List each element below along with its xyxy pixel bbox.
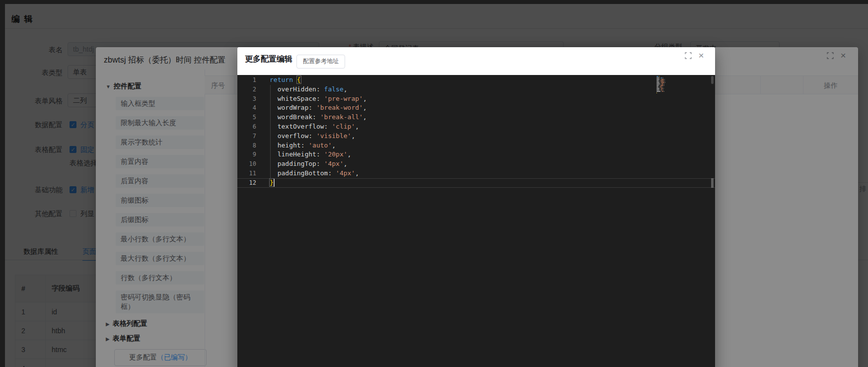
line-number: 6: [237, 122, 256, 132]
line-number: 2: [237, 85, 256, 94]
code-text: wordWrap: 'break-word',: [270, 103, 367, 113]
code-text: whiteSpace: 'pre-wrap',: [270, 94, 367, 104]
code-line-2: 2 overHidden: false,: [237, 85, 715, 94]
line-number: 11: [237, 169, 256, 178]
line-number: 10: [237, 159, 256, 169]
code-text: overHidden: false,: [270, 85, 348, 94]
code-text: lineHeight: '20px',: [270, 150, 351, 159]
code-line-8: 8 height: 'auto',: [237, 141, 715, 150]
line-number: 1: [237, 75, 256, 85]
code-line-1: 1return {: [237, 75, 715, 85]
code-text: }: [270, 178, 274, 188]
line-number: 8: [237, 141, 256, 150]
line-number: 4: [237, 103, 256, 113]
line-number: 5: [237, 113, 256, 122]
editor-modal-header: 更多配置编辑 配置参考地址 ×: [237, 47, 715, 75]
editor-modal-title: 更多配置编辑: [245, 54, 292, 65]
line-number: 7: [237, 132, 256, 141]
code-line-7: 7 overflow: 'visible',: [237, 132, 715, 141]
code-line-6: 6 textOverflow: 'clip',: [237, 122, 715, 132]
line-number: 3: [237, 94, 256, 104]
app-root: 编 辑 表名 tb_htdj 表类型 单表 表单风格 二列 数据配置 ✓ 分页 …: [0, 0, 868, 367]
code-text: return {: [270, 75, 301, 85]
overview-ruler-cursor-mark: [711, 178, 714, 188]
code-text: paddingBottom: '4px',: [270, 169, 359, 178]
code-line-12: 12}: [237, 178, 715, 188]
close-icon[interactable]: ×: [697, 52, 705, 60]
code-line-4: 4 wordWrap: 'break-word',: [237, 103, 715, 113]
config-reference-button[interactable]: 配置参考地址: [296, 55, 345, 69]
editor-modal-window-icons: ×: [684, 52, 705, 60]
code-text: height: 'auto',: [270, 141, 336, 150]
line-number: 12: [237, 178, 256, 188]
code-line-9: 9 lineHeight: '20px',: [237, 150, 715, 159]
code-lines: 1return {2 overHidden: false,3 whiteSpac…: [237, 75, 715, 188]
editor-scrollbar[interactable]: [711, 76, 714, 84]
minimap[interactable]: [656, 76, 665, 94]
line-number: 9: [237, 150, 256, 159]
code-line-11: 11 paddingBottom: '4px',: [237, 169, 715, 178]
code-line-10: 10 paddingTop: '4px',: [237, 159, 715, 169]
code-text: wordBreak: 'break-all',: [270, 113, 367, 122]
fullscreen-icon[interactable]: [684, 52, 692, 60]
code-line-5: 5 wordBreak: 'break-all',: [237, 113, 715, 122]
code-text: paddingTop: '4px',: [270, 159, 348, 169]
code-text: textOverflow: 'clip',: [270, 122, 359, 132]
code-editor[interactable]: 1return {2 overHidden: false,3 whiteSpac…: [237, 75, 715, 367]
text-cursor: [274, 179, 275, 187]
code-text: overflow: 'visible',: [270, 132, 355, 141]
more-config-editor-modal: 更多配置编辑 配置参考地址 × 1return {2 overHidden: f…: [237, 47, 715, 367]
code-line-3: 3 whiteSpace: 'pre-wrap',: [237, 94, 715, 104]
